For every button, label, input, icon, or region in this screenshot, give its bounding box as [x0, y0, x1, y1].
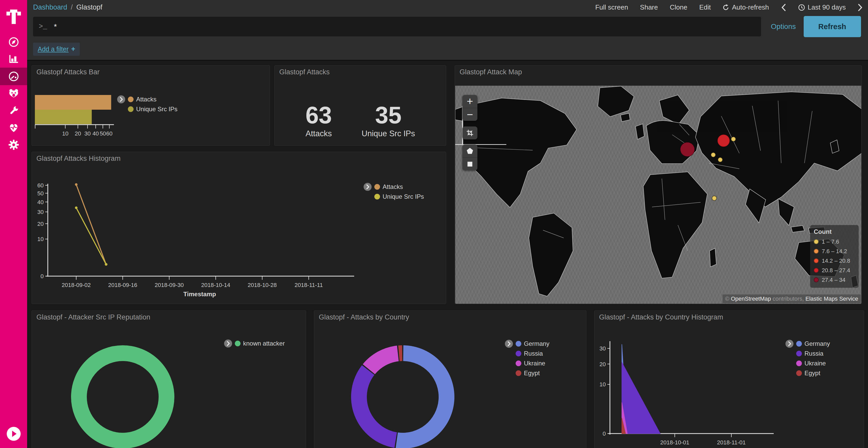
chart-legend: known attacker: [224, 339, 285, 348]
metric-unique-src-ips: 35 Unique Src IPs: [362, 103, 415, 138]
bar-chart-icon: [8, 53, 20, 65]
sidebar-item-dashboard[interactable]: [0, 68, 27, 85]
zoom-out-button[interactable]: −: [462, 108, 477, 121]
map-legend-label: 27.4 – 34: [822, 277, 845, 283]
edit-button[interactable]: Edit: [699, 3, 711, 11]
zoom-in-button[interactable]: +: [462, 95, 477, 108]
map-legend-label: 1 – 7.6: [822, 238, 839, 245]
time-range-picker[interactable]: Last 90 days: [798, 3, 846, 11]
legend-item[interactable]: Russia: [796, 349, 830, 358]
panel-title[interactable]: Glastopf Attack Map: [460, 68, 522, 76]
metric-label: Unique Src IPs: [362, 129, 415, 138]
legend-item[interactable]: Ukraine: [796, 358, 830, 368]
legend-expand-icon[interactable]: [224, 339, 232, 348]
legend-item[interactable]: Attacks: [374, 182, 424, 192]
panel-attacks-by-country: Glastopf - Attacks by Country GermanyRus…: [314, 310, 586, 448]
expand-sidebar-button[interactable]: [7, 427, 21, 441]
legend-expand-icon[interactable]: [505, 340, 513, 348]
telekom-logo[interactable]: [0, 0, 27, 34]
query-value: *: [54, 22, 57, 31]
map-legend-label: 14.2 – 20.8: [822, 257, 850, 264]
map-legend-label: 20.8 – 27.4: [822, 267, 850, 274]
query-bar: >_ * Options Refresh: [27, 15, 868, 38]
clone-button[interactable]: Clone: [670, 3, 687, 11]
draw-rectangle-button[interactable]: [462, 158, 477, 170]
sidebar-item-devtools[interactable]: [0, 102, 27, 119]
panel-title[interactable]: Glastopf Attacks Histogram: [36, 154, 121, 163]
openstreetmap-link[interactable]: OpenStreetMap: [731, 296, 771, 302]
search-query-input[interactable]: >_ *: [33, 17, 761, 36]
sidebar-item-visualize[interactable]: [0, 50, 27, 68]
chart-legend: GermanyRussiaUkraineEgypt: [785, 339, 830, 378]
map-legend-item: 20.8 – 27.4: [814, 266, 855, 275]
kibana-dashboard-app: Dashboard / Glastopf Full screen Share C…: [0, 0, 868, 448]
panel-title[interactable]: Glastopf - Attacks by Country: [319, 313, 409, 321]
panel-glastopf-attacks-histogram: Glastopf Attacks Histogram 0102030405060…: [32, 152, 446, 304]
map-legend-swatch: [814, 258, 819, 263]
breadcrumb-current: Glastopf: [76, 3, 102, 11]
panel-title[interactable]: Glastopf - Attacker Src IP Reputation: [36, 313, 150, 321]
panel-title[interactable]: Glastopf - Attacks by Country Histogram: [599, 313, 723, 321]
svg-text:2018-10-28: 2018-10-28: [248, 282, 277, 288]
share-button[interactable]: Share: [640, 3, 658, 11]
svg-text:2018-09-02: 2018-09-02: [62, 282, 91, 288]
legend-item[interactable]: Germany: [516, 339, 550, 349]
legend-item[interactable]: Attacks: [128, 95, 178, 104]
svg-text:10: 10: [37, 236, 44, 242]
metric-attacks: 63 Attacks: [305, 103, 332, 138]
map-count-legend: Count 1 – 7.67.6 – 14.214.2 – 20.820.8 –…: [810, 225, 859, 288]
add-filter-label: Add a filter: [38, 45, 69, 53]
gauge-icon: [8, 70, 20, 82]
draw-polygon-button[interactable]: [462, 144, 477, 158]
chevron-left-icon: [781, 4, 786, 11]
legend-item[interactable]: Russia: [516, 349, 550, 358]
fit-bounds-button[interactable]: [462, 127, 477, 139]
breadcrumb-dashboard-link[interactable]: Dashboard: [33, 3, 67, 11]
svg-text:2018-11-11: 2018-11-11: [294, 282, 323, 288]
main-area: Dashboard / Glastopf Full screen Share C…: [27, 0, 868, 448]
legend-swatch: [796, 360, 802, 366]
elastic-maps-service-link[interactable]: Elastic Maps Service: [805, 296, 858, 302]
legend-item[interactable]: known attacker: [235, 339, 285, 348]
legend-swatch: [374, 184, 380, 190]
legend-item[interactable]: Unique Src IPs: [128, 104, 178, 114]
refresh-button[interactable]: Refresh: [804, 16, 861, 37]
polygon-icon: [466, 147, 473, 154]
panel-glastopf-attacks-bar: Glastopf Attacks Bar 102030405060 Attack…: [32, 65, 270, 146]
panel-title[interactable]: Glastopf Attacks: [279, 68, 330, 76]
panel-title[interactable]: Glastopf Attacks Bar: [36, 68, 100, 76]
query-options-link[interactable]: Options: [771, 23, 796, 31]
legend-label: Germany: [804, 340, 830, 347]
panel-attacks-by-country-histogram: Glastopf - Attacks by Country Histogram …: [594, 310, 864, 448]
sidebar-item-monitoring[interactable]: [0, 119, 27, 136]
query-prompt-icon: >_: [39, 23, 47, 30]
legend-item[interactable]: Ukraine: [516, 358, 550, 368]
chevron-right-icon: [858, 4, 863, 11]
legend-label: Attacks: [382, 183, 403, 191]
line-chart: 01020304050602018-09-022018-09-162018-09…: [32, 152, 446, 304]
world-map[interactable]: + −: [455, 86, 861, 304]
map-legend-swatch: [814, 249, 819, 254]
map-draw-controls: [462, 144, 477, 170]
legend-expand-icon[interactable]: [785, 340, 794, 348]
sidebar-item-management[interactable]: [0, 136, 27, 153]
svg-text:0: 0: [40, 273, 44, 279]
svg-text:2018-09-16: 2018-09-16: [108, 282, 137, 288]
legend-item[interactable]: Germany: [796, 339, 830, 349]
chart-legend: GermanyRussiaUkraineEgypt: [505, 339, 550, 378]
sidebar-item-discover[interactable]: [0, 34, 27, 50]
legend-item[interactable]: Unique Src IPs: [374, 192, 424, 202]
legend-item[interactable]: Egypt: [796, 368, 830, 378]
breadcrumb: Dashboard / Glastopf: [33, 3, 102, 11]
clock-icon: [798, 4, 805, 11]
auto-refresh-button[interactable]: Auto-refresh: [722, 3, 769, 11]
time-back-button[interactable]: [781, 4, 786, 11]
sidebar-item-tpot[interactable]: [0, 85, 27, 102]
legend-expand-icon[interactable]: [117, 95, 125, 103]
metric-group: 63 Attacks 35 Unique Src IPs: [275, 103, 446, 138]
legend-item[interactable]: Egypt: [516, 368, 550, 378]
legend-expand-icon[interactable]: [364, 183, 372, 191]
fullscreen-button[interactable]: Full screen: [595, 3, 628, 11]
time-forward-button[interactable]: [858, 4, 863, 11]
add-filter-button[interactable]: Add a filter +: [33, 43, 80, 56]
